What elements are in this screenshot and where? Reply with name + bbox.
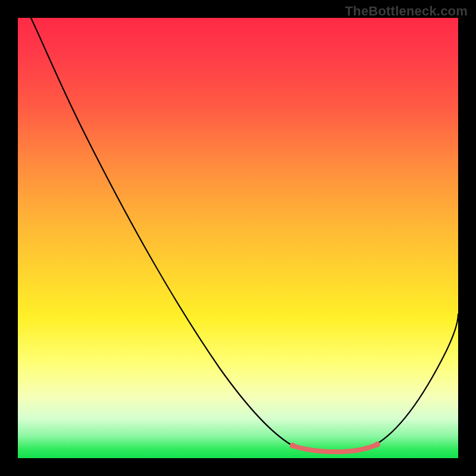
watermark-text: TheBottleneck.com <box>345 4 468 19</box>
optimal-range-end-dot <box>374 441 380 447</box>
optimal-range-highlight <box>295 445 376 452</box>
optimal-range-start-dot <box>290 443 296 449</box>
chart-container: TheBottleneck.com <box>0 0 476 476</box>
plot-area <box>18 18 458 458</box>
bottleneck-curve <box>31 18 458 452</box>
curve-layer <box>18 18 458 458</box>
